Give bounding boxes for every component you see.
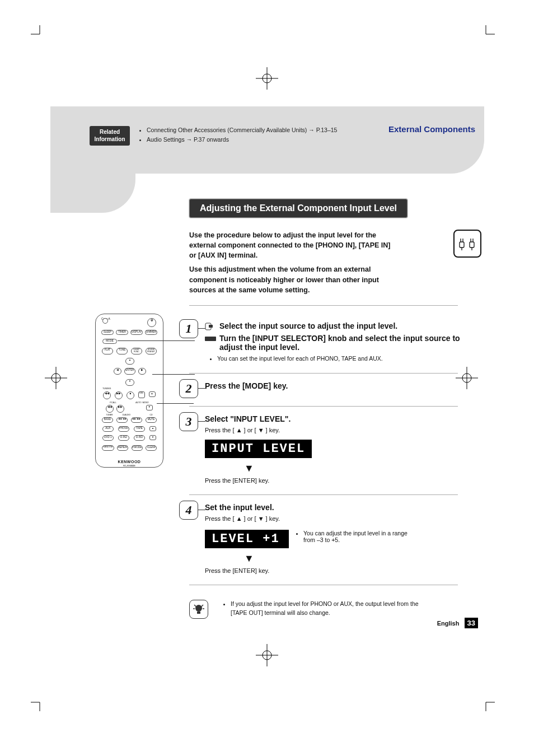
remote-pcall-prev: ◀◀ xyxy=(106,405,114,413)
remote-prev: ◀◀ xyxy=(103,391,111,399)
remote-pcall-next: ▶▶ xyxy=(116,405,124,413)
crop-mark-bottom-left xyxy=(31,699,43,711)
remote-clear: CLEAR xyxy=(146,445,157,451)
step1-remote-title: Select the input source to adjust the in… xyxy=(205,321,484,330)
step-number: 1 xyxy=(179,319,198,338)
power-icon: ⏻ xyxy=(147,318,156,327)
crop-mark-top-right xyxy=(483,25,495,38)
step3-enter: Press the [ENTER] key. xyxy=(205,477,484,484)
footer-page-number: 33 xyxy=(465,618,478,628)
svg-rect-8 xyxy=(205,337,216,341)
remote-rew: ◀◀ / ◀◀ xyxy=(116,417,128,423)
remote-tape: TAPE xyxy=(134,426,145,432)
step-2: 2 Press the [MODE] key. xyxy=(179,379,484,398)
separator xyxy=(189,305,458,306)
remote-band: BAND xyxy=(102,417,113,423)
remote-repeat: REPEAT xyxy=(117,445,128,451)
remote-model: RC-RS800E xyxy=(96,464,163,467)
tip-list: If you adjust the input level for PHONO … xyxy=(224,600,437,618)
separator xyxy=(189,585,458,585)
remote-timer: TIMER xyxy=(116,330,128,335)
remote-stop: ■ xyxy=(127,391,134,399)
remote-eject-down: ▼ xyxy=(146,405,153,410)
step-1: 1 Select the input source to adjust the … xyxy=(179,319,484,362)
crop-mark-top-left xyxy=(31,25,43,38)
remote-down: ▼ xyxy=(125,379,134,386)
remote-dot-button xyxy=(102,318,108,324)
remote-fwd: ▶▶ / ▶▶ xyxy=(131,417,142,423)
remote-dimmer: DIMMER xyxy=(145,330,157,335)
remote-eject: ▲ xyxy=(149,391,156,397)
step4-side-note: You can adjust the input level in a rang… xyxy=(303,530,410,543)
remote-soundpreset: SOUND PRESET xyxy=(146,348,157,354)
related-line1: Related xyxy=(100,129,120,135)
intro-paragraph-2: Use this adjustment when the volume from… xyxy=(189,264,394,295)
step3-sub: Press the [ ▲ ] or [ ▼ ] key. xyxy=(205,427,484,433)
leader-line xyxy=(118,340,195,341)
related-info-list: Connecting Other Accessories (Commercial… xyxy=(140,125,337,144)
connection-icon xyxy=(453,230,481,258)
section-header: External Components xyxy=(388,124,475,134)
footer-language: English xyxy=(437,620,460,627)
separator xyxy=(189,406,458,407)
step4-enter: Press the [ENTER] key. xyxy=(205,567,484,574)
remote-up: ▲ xyxy=(125,358,134,365)
related-item: Connecting Other Accessories (Commercial… xyxy=(147,125,337,135)
step-number: 2 xyxy=(179,379,198,398)
step-4: 4 Set the input level. Press the [ ▲ ] o… xyxy=(179,501,484,577)
step-number: 3 xyxy=(179,412,198,431)
lightbulb-icon xyxy=(189,600,208,619)
tip-text: If you adjust the input level for PHONO … xyxy=(231,600,437,618)
step-3: 3 Select "INPUT LEVEL". Press the [ ▲ ] … xyxy=(179,412,484,487)
down-arrow-icon: ▼ xyxy=(244,463,484,474)
remote-vol-up: ▲ xyxy=(149,426,156,431)
down-arrow-icon: ▼ xyxy=(244,553,484,564)
svg-rect-7 xyxy=(209,325,213,328)
related-item: Audio Settings → P.37 onwards xyxy=(147,135,337,144)
remote-vol-down: ▼ xyxy=(149,435,156,440)
svg-rect-4 xyxy=(460,242,464,248)
page-footer: English 33 xyxy=(437,619,478,627)
registration-mark-bottom xyxy=(256,644,278,666)
lcd-display: INPUT LEVEL xyxy=(205,440,312,458)
remote-phono: PHONO xyxy=(118,426,129,432)
step2-title: Press the [MODE] key. xyxy=(205,381,484,390)
remote-tuning-label: TUNING xyxy=(102,387,111,390)
remote-right: ▶ xyxy=(138,368,146,375)
svg-point-9 xyxy=(195,605,202,612)
remote-sleepfunc: SLEEP FUNC xyxy=(131,348,142,354)
step1-note: You can set the input level for each of … xyxy=(217,355,484,362)
remote-next: ▶▶ xyxy=(115,391,123,399)
lcd-display: LEVEL +1 xyxy=(205,530,289,548)
steps-container: 1 Select the input source to adjust the … xyxy=(179,305,484,585)
remote-icon xyxy=(205,323,216,330)
separator xyxy=(189,373,458,374)
remote-control-diagram: Core-A ⏻ SLEEP TIMER DISPLAY DIMMER MODE… xyxy=(95,314,163,468)
related-info-tag: Related Information xyxy=(90,126,130,146)
step4-sub: Press the [ ▲ ] or [ ▼ ] key. xyxy=(205,515,484,522)
remote-flat: FLAT xyxy=(102,348,113,354)
topic-title: Adjusting the External Component Input L… xyxy=(189,199,407,218)
tip-row: If you adjust the input level for PHONO … xyxy=(189,600,484,619)
registration-mark-top xyxy=(256,67,278,90)
remote-aux: AUX xyxy=(102,426,114,432)
header-background-extension xyxy=(50,106,135,213)
step4-title: Set the input level. xyxy=(205,503,484,512)
remote-mute: MUTE xyxy=(146,417,157,423)
leader-line xyxy=(157,403,194,404)
intro-paragraph-1: Use the procedure below to adjust the in… xyxy=(189,230,394,260)
svg-rect-10 xyxy=(197,612,200,614)
step3-title: Select "INPUT LEVEL". xyxy=(205,414,484,423)
remote-ste: STE. xyxy=(138,391,145,398)
remote-mode: MODE xyxy=(102,339,117,344)
step1-unit-title: Turn the [INPUT SELECTOR] knob and selec… xyxy=(205,334,484,352)
remote-enter: ENTER xyxy=(124,368,135,375)
crop-mark-bottom-right xyxy=(483,699,495,711)
main-unit-icon xyxy=(205,335,216,343)
remote-tone: TONE xyxy=(116,348,128,354)
remote-brand: KENWOOD xyxy=(96,460,163,464)
remote-din2: D-IN2 xyxy=(118,435,129,441)
related-line2: Information xyxy=(95,136,125,142)
remote-display: DISPLAY xyxy=(130,330,143,335)
remote-din3: D-IN3 xyxy=(134,435,145,441)
